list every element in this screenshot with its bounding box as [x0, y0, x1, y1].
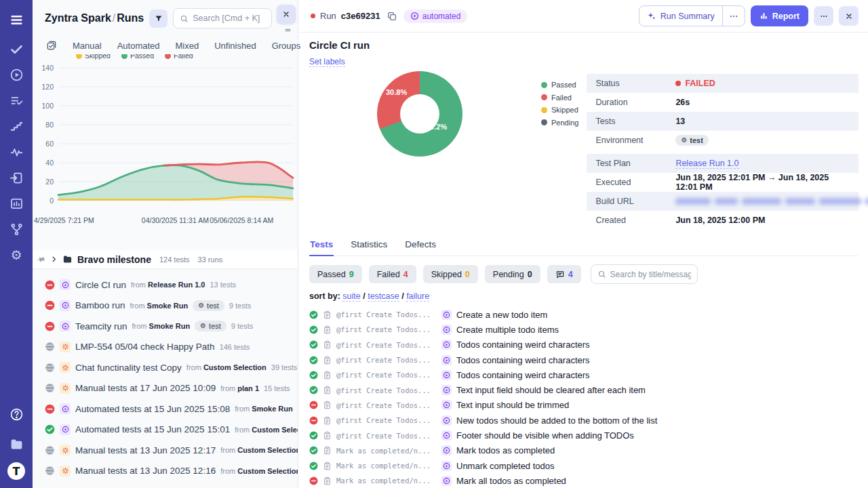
run-type-tab-mixed[interactable]: Mixed — [176, 41, 199, 51]
clipboard-icon — [323, 401, 332, 409]
run-type-tab-automated[interactable]: Automated — [117, 41, 160, 51]
test-title: Create multiple todo items — [456, 325, 559, 335]
test-row[interactable]: @first Create Todos...Footer should be v… — [309, 428, 859, 443]
filter-chip-failed[interactable]: Failed4 — [369, 265, 416, 283]
run-type-tab-unfinished[interactable]: Unfinished — [214, 41, 256, 51]
report-box-icon[interactable] — [9, 197, 24, 211]
automated-badge[interactable]: automated — [403, 9, 468, 23]
chevron-right-icon[interactable] — [50, 256, 58, 263]
run-list-item[interactable]: Teamcity runfrom Smoke Run⚙test9 tests — [45, 316, 298, 337]
environment-badge[interactable]: ⚙test — [675, 135, 709, 146]
help-icon[interactable] — [9, 407, 24, 422]
run-list-item[interactable]: Manual tests at 13 Jun 2025 12:16from Cu… — [45, 461, 298, 482]
run-list-item[interactable]: Automated tests at 15 Jun 2025 15:08from… — [45, 399, 298, 420]
close-run-button[interactable] — [839, 6, 859, 26]
set-labels-link[interactable]: Set labels — [309, 57, 345, 67]
test-row[interactable]: @first Create Todos...Todos containing w… — [309, 352, 859, 367]
tab-tests[interactable]: Tests — [309, 239, 334, 256]
test-row[interactable]: @first Create Todos...Create multiple to… — [309, 322, 859, 337]
report-button[interactable]: Report — [751, 5, 808, 26]
test-row[interactable]: @first Create Todos...Todos containing w… — [309, 338, 859, 352]
manual-run-icon — [60, 362, 71, 373]
test-suite: @first Create Todos... — [336, 341, 437, 349]
close-panel-button[interactable] — [277, 5, 296, 24]
automated-run-icon — [60, 321, 71, 331]
run-list-item[interactable]: Circle CI runfrom Release Run 1.013 test… — [45, 274, 298, 296]
more-actions-button[interactable] — [814, 6, 833, 26]
run-name: Manual tests at 13 Jun 2025 12:17 — [75, 445, 216, 455]
robot-icon — [443, 326, 450, 333]
test-row[interactable]: Mark as completed/n...Mark todos as comp… — [309, 443, 859, 458]
clipboard-icon — [323, 386, 332, 394]
sort-by-testcase[interactable]: testcase — [368, 291, 399, 302]
test-plan-link[interactable]: Release Run 1.0 — [675, 159, 738, 169]
run-status-failed-icon — [45, 280, 55, 290]
burst-icon — [62, 447, 69, 454]
legend-dot — [165, 54, 171, 59]
automated-icon — [441, 325, 452, 335]
run-list-item[interactable]: Manual tests at 17 Jun 2025 10:09from pl… — [45, 378, 298, 399]
detail-row-tests: Tests13 — [587, 112, 859, 131]
run-type-tab-groups[interactable]: Groups — [272, 41, 301, 51]
tests-search-input[interactable] — [610, 270, 691, 279]
run-list-item[interactable]: Chat functinality test Copyfrom Custom S… — [45, 357, 298, 378]
run-type-tab-manual[interactable]: Manual — [73, 41, 102, 51]
manual-run-icon — [60, 466, 71, 476]
donut-slice-label: 30.8% — [386, 88, 407, 96]
run-status-neutral-icon — [45, 466, 55, 476]
play-circle-icon[interactable] — [9, 68, 24, 82]
test-status-failed-icon — [309, 416, 318, 425]
run-list-item[interactable]: LMP-554 05/04 check Happy Path146 tests — [45, 337, 298, 358]
filter-chip-pending[interactable]: Pending0 — [485, 265, 540, 283]
list-check-icon[interactable] — [9, 94, 24, 108]
run-summary-more-button[interactable] — [722, 6, 745, 26]
folder-filled-icon[interactable] — [9, 437, 24, 451]
test-row[interactable]: Mark as completed/n...Mark all todos as … — [309, 473, 859, 488]
test-status-passed-icon — [309, 462, 318, 470]
run-list-item[interactable]: Manual tests at 13 Jun 2025 12:17from Cu… — [45, 440, 298, 461]
test-row[interactable]: Mark as completed/n...Unmark completed t… — [309, 458, 859, 473]
run-summary-button[interactable]: Run Summary — [639, 5, 745, 26]
sort-by-suite[interactable]: suite — [342, 291, 360, 302]
run-list-item[interactable]: Bamboo runfrom Smoke Run⚙test9 tests — [45, 296, 298, 317]
pulse-icon[interactable] — [9, 145, 24, 159]
run-name: Automated tests at 15 Jun 2025 15:08 — [75, 404, 230, 414]
environment-badge[interactable]: ⚙test — [195, 321, 226, 331]
legend-dot — [541, 119, 547, 125]
run-list-item[interactable]: Automated tests at 15 Jun 2025 15:01from… — [45, 420, 298, 441]
test-row[interactable]: @first Create Todos...Todos containing w… — [309, 367, 859, 382]
milestone-row[interactable]: Bravo milestone 124 tests 33 runs — [33, 250, 298, 268]
import-icon[interactable] — [9, 171, 24, 185]
donut-legend-item-pending: Pending — [541, 119, 578, 127]
filter-chip-skipped[interactable]: Skipped0 — [423, 265, 478, 283]
collapse-arrows-icon[interactable] — [283, 27, 292, 33]
select-runs-icon[interactable] — [46, 40, 57, 51]
check-icon[interactable] — [9, 42, 24, 56]
branch-icon[interactable] — [9, 222, 24, 237]
sort-by-failure[interactable]: failure — [406, 291, 429, 302]
tab-statistics[interactable]: Statistics — [350, 239, 388, 256]
automated-icon — [441, 461, 452, 471]
copy-icon[interactable] — [387, 11, 397, 22]
filter-chip-passed[interactable]: Passed9 — [309, 265, 362, 283]
test-title: Footer should be visible when adding TOD… — [456, 430, 634, 441]
breadcrumb-project[interactable]: Zyntra Spark — [45, 12, 111, 24]
detail-value: Jun 18, 2025 12:01 PM → Jun 18, 2025 12:… — [675, 173, 850, 192]
gear-icon: ⚙ — [200, 323, 206, 329]
app-logo[interactable]: T — [7, 462, 25, 480]
pin-icon[interactable] — [36, 253, 47, 265]
environment-badge[interactable]: ⚙test — [193, 300, 224, 311]
test-row[interactable]: @first Create Todos...Create a new todo … — [309, 307, 859, 322]
filter-button[interactable] — [149, 9, 167, 28]
menu-icon[interactable] — [9, 13, 24, 27]
runs-search-input[interactable] — [193, 14, 265, 23]
test-row[interactable]: @first Create Todos...Text input field s… — [309, 382, 859, 397]
test-row[interactable]: @first Create Todos...Text input should … — [309, 398, 859, 413]
test-row[interactable]: @first Create Todos...New todos should b… — [309, 413, 859, 428]
test-suite: @first Create Todos... — [336, 325, 437, 333]
gear-icon[interactable]: ⚙ — [9, 248, 24, 262]
comments-chip[interactable]: 4 — [547, 265, 581, 283]
steps-icon[interactable] — [9, 119, 24, 134]
automated-run-icon — [60, 279, 71, 290]
tab-defects[interactable]: Defects — [404, 239, 437, 256]
